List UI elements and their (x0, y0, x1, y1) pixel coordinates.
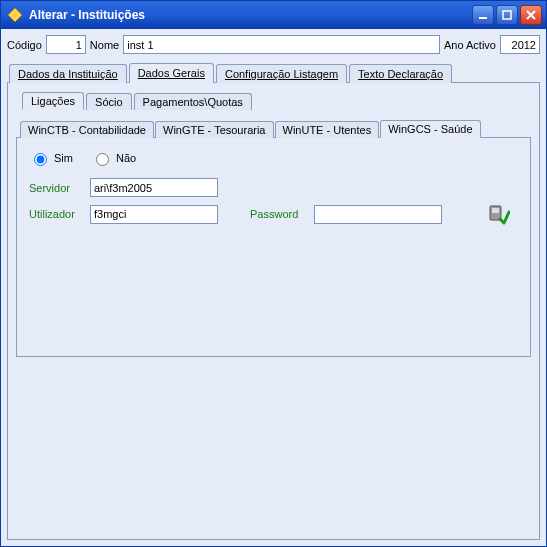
subtab-socio[interactable]: Sócio (86, 93, 132, 110)
subtab-ligacoes[interactable]: Ligações (22, 92, 84, 110)
innertab-wingte-label: WinGTE - Tesouraria (163, 124, 266, 136)
svg-rect-3 (492, 208, 499, 213)
radio-nao-label: Não (116, 152, 136, 164)
tab-dados-instituicao[interactable]: Dados da Instituição (9, 64, 127, 83)
titlebar: Alterar - Instituições (1, 1, 546, 29)
radio-sim[interactable]: Sim (29, 150, 73, 166)
innertab-winute[interactable]: WinUTE - Utentes (275, 121, 380, 138)
sub-tabstrip: Ligações Sócio Pagamentos\Quotas (16, 91, 531, 109)
innertab-winctb-label: WinCTB - Contabilidade (28, 124, 146, 136)
close-button[interactable] (520, 5, 542, 25)
servidor-input[interactable] (90, 178, 218, 197)
utilizador-row: Utilizador Password (29, 203, 518, 225)
servidor-row: Servidor (29, 178, 518, 197)
codigo-label: Código (7, 39, 42, 51)
utilizador-input[interactable] (90, 205, 218, 224)
app-icon (7, 7, 23, 23)
minimize-button[interactable] (472, 5, 494, 25)
tab-config-listagem[interactable]: Configuração Listagem (216, 64, 347, 83)
subtab-ligacoes-label: Ligações (31, 95, 75, 107)
tab-config-listagem-label: Configuração Listagem (225, 68, 338, 80)
radio-sim-input[interactable] (34, 153, 47, 166)
ano-activo-input[interactable] (500, 35, 540, 54)
codigo-input[interactable] (46, 35, 86, 54)
subtab-socio-label: Sócio (95, 96, 123, 108)
innertab-winctb[interactable]: WinCTB - Contabilidade (20, 121, 154, 138)
utilizador-label: Utilizador (29, 208, 84, 220)
innertab-wingcs[interactable]: WinGCS - Saúde (380, 120, 480, 138)
window-title: Alterar - Instituições (29, 8, 472, 22)
password-input[interactable] (314, 205, 442, 224)
password-label: Password (250, 208, 308, 220)
tab-dados-gerais[interactable]: Dados Gerais (129, 63, 214, 83)
client-area: Dados da Instituição Dados Gerais Config… (1, 58, 546, 546)
ano-activo-label: Ano Activo (444, 39, 496, 51)
innertab-winute-label: WinUTE - Utentes (283, 124, 372, 136)
radio-group: Sim Não (29, 150, 518, 166)
header-row: Código Nome Ano Activo (1, 29, 546, 58)
inner-tabstrip: WinCTB - Contabilidade WinGTE - Tesourar… (16, 119, 531, 137)
main-tabpage: Ligações Sócio Pagamentos\Quotas WinCTB … (7, 83, 540, 540)
tab-texto-declaracao-label: Texto Declaração (358, 68, 443, 80)
servidor-label: Servidor (29, 182, 84, 194)
innertab-wingcs-label: WinGCS - Saúde (388, 123, 472, 135)
test-connection-button[interactable] (488, 203, 510, 225)
tab-texto-declaracao[interactable]: Texto Declaração (349, 64, 452, 83)
subtab-pagamentos[interactable]: Pagamentos\Quotas (134, 93, 252, 110)
innertab-wingte[interactable]: WinGTE - Tesouraria (155, 121, 274, 138)
window-frame: Alterar - Instituições Código Nome Ano A… (0, 0, 547, 547)
tab-dados-instituicao-label: Dados da Instituição (18, 68, 118, 80)
inner-tabpage: Sim Não Servidor Utilizador (16, 137, 531, 357)
sub-tabpage: WinCTB - Contabilidade WinGTE - Tesourar… (16, 109, 531, 357)
svg-rect-1 (503, 11, 511, 19)
nome-input[interactable] (123, 35, 440, 54)
radio-sim-label: Sim (54, 152, 73, 164)
window-buttons (472, 5, 542, 25)
main-tabstrip: Dados da Instituição Dados Gerais Config… (7, 62, 540, 83)
subtab-pagamentos-label: Pagamentos\Quotas (143, 96, 243, 108)
radio-nao[interactable]: Não (91, 150, 136, 166)
nome-label: Nome (90, 39, 119, 51)
svg-rect-0 (479, 17, 487, 19)
tab-dados-gerais-label: Dados Gerais (138, 67, 205, 79)
radio-nao-input[interactable] (96, 153, 109, 166)
maximize-button[interactable] (496, 5, 518, 25)
